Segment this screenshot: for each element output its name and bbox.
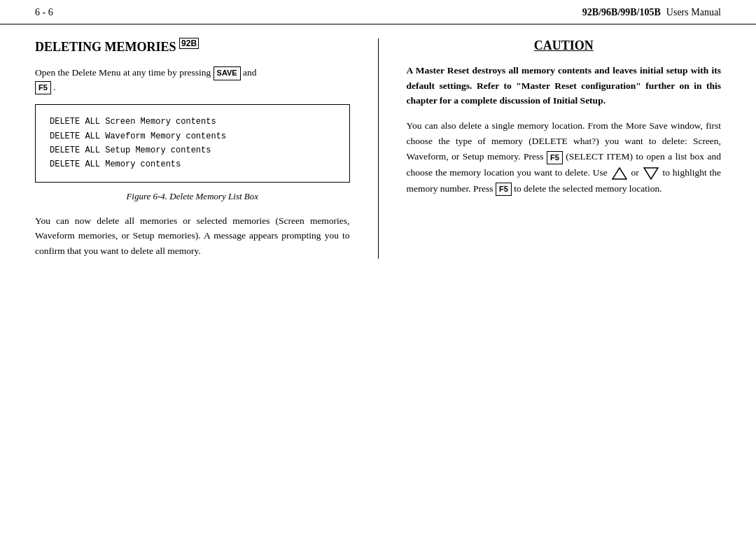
intro-paragraph: Open the Delete Menu at any time by pres…: [35, 66, 350, 94]
or-text: or: [631, 167, 638, 178]
figure-caption: Figure 6-4. Delete Memory List Box: [35, 191, 350, 202]
page-number: 6 - 6: [35, 7, 53, 18]
main-content: DELETING MEMORIES 92B Open the Delete Me…: [0, 24, 756, 273]
page: 6 - 6 92B/96B/99B/105B Users Manual DELE…: [0, 0, 756, 533]
arrow-down-icon: [643, 165, 659, 180]
right-body-text: You can also delete a single memory loca…: [407, 118, 722, 197]
menu-line-3: DELETE ALL Setup Memory contents: [50, 143, 335, 157]
manual-title: Users Manual: [666, 7, 721, 18]
and-text: and: [243, 67, 257, 78]
menu-line-1: DELETE ALL Screen Memory contents: [50, 115, 335, 129]
left-section-title: DELETING MEMORIES 92B: [35, 38, 350, 55]
left-body-text: You can now delete all memories or selec…: [35, 213, 350, 259]
model-number: 92B/96B/99B/105B: [582, 7, 661, 18]
page-header: 6 - 6 92B/96B/99B/105B Users Manual: [0, 0, 756, 24]
right-f5-key-badge-2: F5: [496, 183, 512, 196]
left-column: DELETING MEMORIES 92B Open the Delete Me…: [35, 38, 350, 259]
right-f5-key-badge-1: F5: [547, 151, 563, 164]
menu-line-2: DELETE ALL Waveform Memory contents: [50, 129, 335, 143]
caution-title: CAUTION: [407, 38, 722, 53]
arrow-up-icon: [612, 165, 627, 180]
svg-marker-1: [644, 168, 658, 179]
caution-bold-text: A Master Reset destroys all memory conte…: [407, 63, 722, 108]
delete-menu-box: DELETE ALL Screen Memory contents DELETE…: [35, 104, 350, 183]
column-divider: [378, 38, 379, 259]
right-column: CAUTION A Master Reset destroys all memo…: [407, 38, 722, 259]
header-right: 92B/96B/99B/105B Users Manual: [582, 7, 721, 18]
model-tag: 92B: [179, 38, 199, 49]
menu-line-4: DELETE ALL Memory contents: [50, 157, 335, 171]
svg-marker-0: [612, 168, 626, 179]
f5-key-badge: F5: [35, 81, 51, 94]
body-text-5: to delete the selected memory location.: [514, 183, 662, 194]
save-key-badge: SAVE: [214, 66, 241, 80]
